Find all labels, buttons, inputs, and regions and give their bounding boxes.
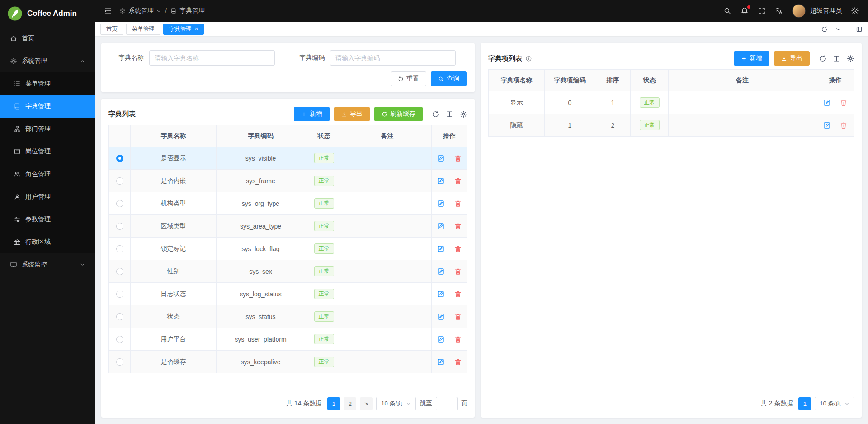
sidebar-group-system[interactable]: 系统管理 (0, 50, 95, 72)
edit-icon[interactable] (823, 99, 831, 107)
fullscreen-icon[interactable] (758, 7, 766, 15)
delete-icon[interactable] (454, 245, 462, 253)
row-radio[interactable] (116, 155, 123, 162)
refresh-table-icon[interactable] (432, 110, 439, 118)
export-dict-button[interactable]: 导出 (334, 107, 370, 121)
add-dict-button[interactable]: 新增 (294, 107, 330, 121)
translate-icon[interactable] (775, 7, 783, 15)
sidebar-item-region[interactable]: 行政区域 (0, 231, 95, 253)
edit-icon[interactable] (437, 245, 445, 253)
sidebar-item-user-mgmt[interactable]: 用户管理 (0, 186, 95, 208)
row-radio[interactable] (116, 200, 123, 207)
avatar[interactable] (792, 4, 806, 18)
query-button[interactable]: 查询 (431, 71, 467, 86)
delete-icon[interactable] (454, 313, 462, 321)
next-page-button[interactable]: > (360, 397, 373, 410)
table-row[interactable]: 锁定标记 sys_lock_flag 正常 (109, 238, 467, 260)
row-radio[interactable] (116, 223, 123, 230)
export-dict-item-button[interactable]: 导出 (774, 51, 810, 66)
sidebar-group-monitor[interactable]: 系统监控 (0, 253, 95, 276)
sidebar-item-param-mgmt[interactable]: 参数管理 (0, 208, 95, 231)
cell-status: 正常 (305, 238, 343, 260)
jump-page-input[interactable] (436, 397, 458, 410)
tab-dict-mgmt[interactable]: 字典管理 × (163, 24, 204, 35)
settings-gear-icon[interactable] (851, 7, 859, 15)
table-row[interactable]: 是否缓存 sys_keepalive 正常 (109, 351, 467, 373)
page-number-2[interactable]: 2 (344, 397, 356, 410)
row-radio[interactable] (116, 245, 123, 252)
table-row[interactable]: 日志状态 sys_log_status 正常 (109, 283, 467, 305)
edit-icon[interactable] (437, 154, 445, 162)
cell-actions (432, 260, 467, 283)
notifications-button[interactable] (741, 7, 749, 15)
column-settings-icon[interactable] (833, 55, 840, 62)
delete-icon[interactable] (840, 99, 848, 107)
table-row[interactable]: 隐藏 1 2 正常 (489, 114, 854, 137)
edit-icon[interactable] (823, 121, 831, 129)
refresh-cache-button[interactable]: 刷新缓存 (374, 107, 423, 121)
refresh-tab-icon[interactable] (821, 26, 828, 33)
cell-remark (669, 114, 816, 137)
column-settings-icon[interactable] (446, 110, 453, 118)
sidebar-item-menu-mgmt[interactable]: 菜单管理 (0, 72, 95, 95)
delete-icon[interactable] (840, 121, 848, 129)
row-radio[interactable] (116, 336, 123, 343)
delete-icon[interactable] (454, 200, 462, 208)
tab-menu-mgmt[interactable]: 菜单管理 (126, 24, 160, 35)
edit-icon[interactable] (437, 290, 445, 298)
delete-icon[interactable] (454, 335, 462, 343)
sidebar-item-role-mgmt[interactable]: 角色管理 (0, 163, 95, 186)
page-number-1[interactable]: 1 (327, 397, 340, 410)
breadcrumb-item-system[interactable]: 系统管理 (119, 7, 161, 15)
edit-icon[interactable] (437, 335, 445, 343)
tab-close-icon[interactable]: × (195, 26, 198, 32)
delete-icon[interactable] (454, 222, 462, 230)
breadcrumb-item-dict[interactable]: 字典管理 (170, 7, 205, 15)
delete-icon[interactable] (454, 267, 462, 276)
row-radio[interactable] (116, 291, 123, 298)
delete-icon[interactable] (454, 177, 462, 185)
row-radio[interactable] (116, 177, 123, 185)
add-dict-item-button[interactable]: 新增 (734, 51, 769, 66)
dict-code-input[interactable] (330, 50, 456, 66)
table-row[interactable]: 状态 sys_status 正常 (109, 305, 467, 328)
collapse-sidebar-icon[interactable] (104, 7, 112, 15)
page-size-select[interactable]: 10 条/页 (376, 397, 416, 410)
table-row[interactable]: 是否内嵌 sys_frame 正常 (109, 170, 467, 192)
edit-icon[interactable] (437, 358, 445, 366)
cell-dict-name: 日志状态 (131, 283, 217, 305)
delete-icon[interactable] (454, 154, 462, 162)
table-row[interactable]: 显示 0 1 正常 (489, 91, 854, 114)
sidebar-item-dept-mgmt[interactable]: 部门管理 (0, 118, 95, 140)
tab-home[interactable]: 首页 (100, 24, 123, 35)
refresh-table-icon[interactable] (819, 55, 826, 62)
table-settings-gear-icon[interactable] (847, 55, 854, 62)
row-radio[interactable] (116, 268, 123, 275)
table-row[interactable]: 区域类型 sys_area_type 正常 (109, 215, 467, 238)
page-size-select[interactable]: 10 条/页 (815, 397, 854, 410)
edit-icon[interactable] (437, 313, 445, 321)
content-fullscreen-icon[interactable] (856, 26, 863, 33)
table-row[interactable]: 用户平台 sys_user_platform 正常 (109, 328, 467, 351)
table-row[interactable]: 性别 sys_sex 正常 (109, 260, 467, 283)
row-radio[interactable] (116, 313, 123, 320)
edit-icon[interactable] (437, 222, 445, 230)
dict-code-label: 字典编码 (290, 54, 330, 62)
edit-icon[interactable] (437, 267, 445, 276)
table-row[interactable]: 是否显示 sys_visible 正常 (109, 147, 467, 170)
edit-icon[interactable] (437, 200, 445, 208)
table-settings-gear-icon[interactable] (460, 110, 467, 118)
sidebar-item-dict-mgmt[interactable]: 字典管理 (0, 95, 95, 118)
delete-icon[interactable] (454, 290, 462, 298)
dict-name-input[interactable] (149, 50, 275, 66)
tab-options-chevron-icon[interactable] (835, 26, 842, 33)
search-icon[interactable] (723, 7, 731, 15)
sidebar-item-home[interactable]: 首页 (0, 27, 95, 50)
edit-icon[interactable] (437, 177, 445, 185)
table-row[interactable]: 机构类型 sys_org_type 正常 (109, 192, 467, 215)
sidebar-item-post-mgmt[interactable]: 岗位管理 (0, 140, 95, 163)
row-radio[interactable] (116, 358, 123, 366)
reset-button[interactable]: 重置 (391, 71, 426, 86)
delete-icon[interactable] (454, 358, 462, 366)
page-number-1[interactable]: 1 (798, 397, 811, 410)
